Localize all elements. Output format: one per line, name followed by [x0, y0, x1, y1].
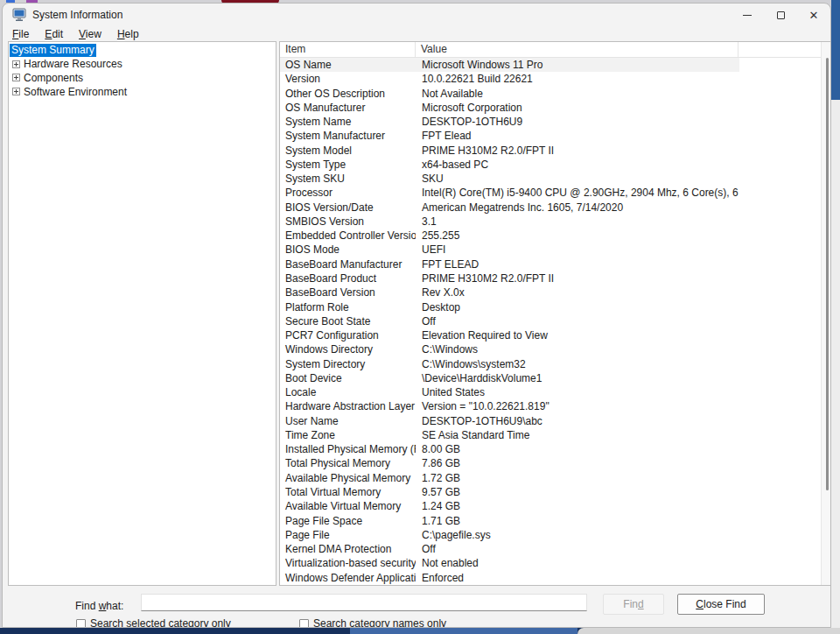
table-row[interactable]: Version10.0.22621 Build 22621	[280, 72, 822, 86]
table-row[interactable]: Available Virtual Memory1.24 GB	[280, 499, 822, 513]
close-button-icon[interactable]: ✕	[797, 4, 830, 26]
value-cell: DESKTOP-1OTH6U9	[416, 115, 739, 129]
table-row[interactable]: Hardware Abstraction LayerVersion = "10.…	[280, 399, 822, 413]
table-row[interactable]: BaseBoard VersionRev X.0x	[280, 285, 822, 299]
value-cell: 1.71 GB	[416, 514, 739, 528]
item-cell: Locale	[280, 385, 416, 399]
maximize-button-icon[interactable]	[764, 4, 797, 26]
menu-file[interactable]: File	[4, 28, 37, 40]
table-row[interactable]: OS NameMicrosoft Windows 11 Pro	[280, 58, 739, 72]
item-cell: System SKU	[280, 172, 416, 186]
value-cell: Desktop	[416, 300, 739, 314]
item-cell: Version	[280, 72, 416, 86]
table-row[interactable]: Other OS DescriptionNot Available	[280, 87, 822, 101]
table-row[interactable]: ProcessorIntel(R) Core(TM) i5-9400 CPU @…	[280, 186, 822, 200]
table-row[interactable]: Windows DirectoryC:\Windows	[280, 342, 822, 356]
title-bar[interactable]: System Information ✕	[3, 4, 830, 26]
list-header-row: Item Value	[280, 42, 822, 58]
value-cell: Off	[416, 542, 739, 556]
item-cell: Available Physical Memory	[280, 471, 416, 485]
tree-item-components[interactable]: Components	[9, 71, 276, 85]
table-row[interactable]: Installed Physical Memory (RAM)8.00 GB	[280, 442, 822, 456]
value-cell: C:\Windows	[416, 342, 739, 356]
item-cell: System Type	[280, 158, 416, 172]
menu-help[interactable]: Help	[109, 28, 147, 40]
item-cell: Installed Physical Memory (RAM)	[280, 442, 416, 456]
vertical-scrollbar[interactable]	[821, 42, 831, 585]
table-row[interactable]: Page FileC:\pagefile.sys	[280, 528, 822, 542]
table-row[interactable]: System SKUSKU	[280, 172, 822, 186]
table-row[interactable]: Total Physical Memory7.86 GB	[280, 456, 822, 470]
value-cell: 8.00 GB	[416, 442, 739, 456]
search-category-names-checkbox[interactable]: Search category names only	[299, 617, 446, 628]
table-row[interactable]: BaseBoard ManufacturerFPT ELEAD	[280, 257, 822, 271]
table-row[interactable]: System Typex64-based PC	[280, 158, 822, 172]
table-row[interactable]: Time ZoneSE Asia Standard Time	[280, 428, 822, 442]
table-row[interactable]: PCR7 ConfigurationElevation Required to …	[280, 328, 822, 342]
item-cell: SMBIOS Version	[280, 215, 416, 229]
item-cell: OS Name	[280, 58, 416, 72]
expand-plus-icon[interactable]	[12, 88, 20, 95]
table-row[interactable]: LocaleUnited States	[280, 385, 822, 399]
system-information-window: System Information ✕ File Edit View Help…	[2, 3, 831, 628]
table-row[interactable]: System ManufacturerFPT Elead	[280, 129, 822, 143]
scrollbar-thumb[interactable]	[826, 58, 829, 490]
column-header-value[interactable]: Value	[416, 42, 738, 57]
item-cell: Total Physical Memory	[280, 456, 416, 470]
system-info-table-body: OS NameMicrosoft Windows 11 ProVersion10…	[280, 58, 822, 585]
find-input[interactable]	[141, 594, 587, 611]
value-cell: 3.1	[416, 215, 739, 229]
value-cell: 1.24 GB	[416, 499, 739, 513]
table-row[interactable]: Windows Defender Application...Enforced	[280, 571, 822, 585]
table-row[interactable]: System DirectoryC:\Windows\system32	[280, 357, 822, 371]
item-cell: BIOS Mode	[280, 243, 416, 257]
value-cell: Not enabled	[416, 556, 739, 570]
close-find-button[interactable]: Close Find	[677, 594, 765, 615]
table-row[interactable]: Boot Device\Device\HarddiskVolume1	[280, 371, 822, 385]
table-row[interactable]: BIOS Version/DateAmerican Megatrends Inc…	[280, 201, 822, 215]
value-cell: DESKTOP-1OTH6U9\abc	[416, 414, 739, 428]
column-header-item[interactable]: Item	[280, 42, 416, 57]
table-row[interactable]: Secure Boot StateOff	[280, 314, 822, 328]
table-row[interactable]: BaseBoard ProductPRIME H310M2 R2.0/FPT I…	[280, 271, 822, 285]
value-cell: Microsoft Windows 11 Pro	[416, 58, 739, 72]
table-row[interactable]: Available Physical Memory1.72 GB	[280, 471, 822, 485]
table-row[interactable]: Page File Space1.71 GB	[280, 514, 822, 528]
table-row[interactable]: Virtualization-based securityNot enabled	[280, 556, 822, 570]
search-selected-category-checkbox[interactable]: Search selected category only	[76, 617, 231, 628]
value-cell: C:\pagefile.sys	[416, 528, 739, 542]
table-row[interactable]: Platform RoleDesktop	[280, 300, 822, 314]
table-row[interactable]: SMBIOS Version3.1	[280, 215, 822, 229]
menu-edit[interactable]: Edit	[37, 28, 71, 40]
tree-item-system-summary[interactable]: System Summary	[9, 44, 276, 58]
value-cell: American Megatrends Inc. 1605, 7/14/2020	[416, 201, 739, 215]
value-cell: Version = "10.0.22621.819"	[416, 399, 739, 413]
tree-item-software-environment[interactable]: Software Environment	[9, 85, 276, 99]
minimize-button-icon[interactable]	[731, 4, 764, 26]
table-row[interactable]: Kernel DMA ProtectionOff	[280, 542, 822, 556]
table-row[interactable]: System NameDESKTOP-1OTH6U9	[280, 115, 822, 129]
table-row[interactable]: BIOS ModeUEFI	[280, 243, 822, 257]
item-cell: Boot Device	[280, 371, 416, 385]
menu-bar: File Edit View Help	[4, 26, 147, 41]
value-cell: United States	[416, 385, 739, 399]
table-row[interactable]: OS ManufacturerMicrosoft Corporation	[280, 101, 822, 115]
table-row[interactable]: System ModelPRIME H310M2 R2.0/FPT II	[280, 144, 822, 158]
background-window-fragment	[350, 628, 578, 634]
find-button[interactable]: Find	[603, 594, 664, 615]
item-cell: BIOS Version/Date	[280, 201, 416, 215]
value-cell: Enforced	[416, 571, 739, 585]
tree-item-hardware-resources[interactable]: Hardware Resources	[9, 58, 276, 72]
expand-plus-icon[interactable]	[12, 60, 20, 68]
menu-view[interactable]: View	[71, 28, 109, 40]
table-row[interactable]: Total Virtual Memory9.57 GB	[280, 485, 822, 499]
checkbox-icon	[299, 619, 309, 629]
value-cell: 9.57 GB	[416, 485, 739, 499]
expand-plus-icon[interactable]	[12, 74, 20, 81]
table-row[interactable]: User NameDESKTOP-1OTH6U9\abc	[280, 414, 822, 428]
value-cell: 1.72 GB	[416, 471, 739, 485]
checkbox-label: Search category names only	[313, 617, 446, 628]
value-cell: Off	[416, 314, 739, 328]
table-row[interactable]: Embedded Controller Version255.255	[280, 229, 822, 243]
tree-item-label: Components	[24, 72, 83, 84]
